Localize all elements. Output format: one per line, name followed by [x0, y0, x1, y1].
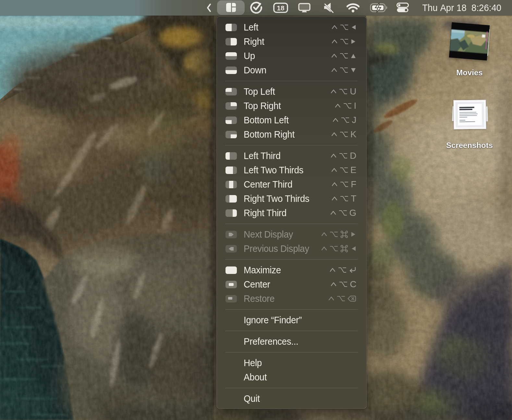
svg-text:18: 18 — [277, 4, 285, 12]
